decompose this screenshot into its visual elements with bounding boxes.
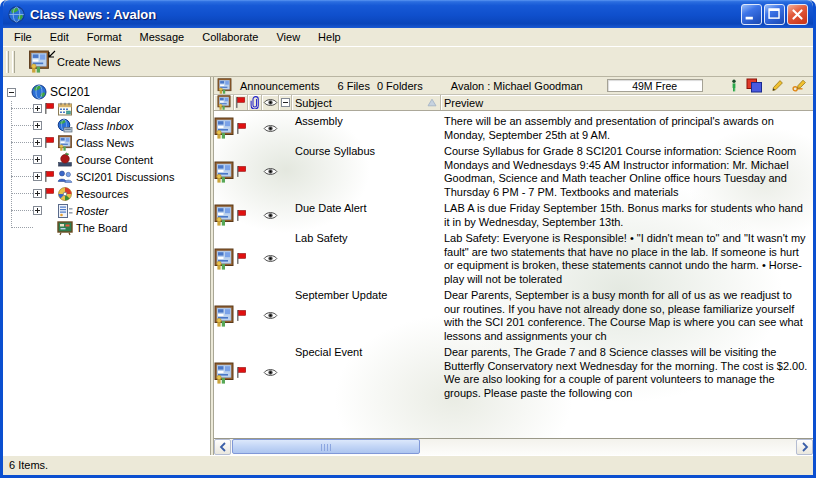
column-collapse-header[interactable]	[279, 95, 292, 110]
news-icon	[217, 78, 232, 94]
plus-expander-icon[interactable]	[33, 138, 42, 147]
flag-icon	[44, 170, 55, 183]
eye-icon	[263, 167, 278, 176]
message-row[interactable]: Course SyllabusCourse Syllabus for Grade…	[214, 143, 813, 200]
news-icon	[214, 362, 234, 384]
pencil-icon	[771, 79, 784, 92]
message-icon-cell	[214, 288, 234, 343]
menu-item-file[interactable]: File	[5, 29, 41, 45]
panel-title: Announcements	[240, 80, 320, 92]
message-list: AssemblyThere will be an assembly and pr…	[214, 111, 813, 438]
plus-expander-icon[interactable]	[33, 104, 42, 113]
message-icon-cell	[214, 231, 234, 286]
message-row[interactable]: Lab SafetyLab Safety: Everyone is Respon…	[214, 230, 813, 287]
toolbar-grip[interactable]	[12, 51, 15, 73]
plus-expander-icon[interactable]	[33, 206, 42, 215]
message-row[interactable]: Due Date AlertLAB A is due Friday Septem…	[214, 200, 813, 230]
menu-item-edit[interactable]: Edit	[41, 29, 78, 45]
flag-icon	[236, 165, 247, 178]
item-count-label: 6 Items.	[9, 459, 48, 471]
tree-connector-stub	[11, 176, 33, 177]
column-flag-header[interactable]	[234, 95, 248, 110]
eye-icon	[263, 254, 278, 263]
scrollbar-track[interactable]	[231, 439, 796, 455]
plus-expander-icon[interactable]	[33, 172, 42, 181]
message-preview: Dear parents, The Grade 7 and 8 Science …	[441, 345, 813, 400]
menu-item-help[interactable]: Help	[309, 29, 350, 45]
menu-item-collaborate[interactable]: Collaborate	[193, 29, 267, 45]
scroll-right-button[interactable]	[796, 439, 813, 455]
create-news-button[interactable]: Create News	[24, 49, 125, 74]
tree-item-label: SCI201	[50, 85, 90, 99]
menu-item-message[interactable]: Message	[131, 29, 194, 45]
flag-icon	[44, 102, 55, 115]
tree-item-sci201[interactable]: SCI201	[3, 83, 210, 100]
column-attachment-header[interactable]	[248, 95, 262, 110]
flag-slot	[44, 102, 57, 115]
viewed-cell	[262, 345, 279, 400]
eye-icon	[263, 124, 278, 133]
message-row[interactable]: AssemblyThere will be an assembly and pr…	[214, 113, 813, 143]
message-row[interactable]: September UpdateDear Parents, September …	[214, 287, 813, 344]
subject-header-label: Subject	[295, 97, 332, 109]
tree-item-label: Class News	[76, 137, 134, 149]
tree-item-roster[interactable]: Roster	[3, 202, 210, 219]
column-item-icon-header[interactable]	[214, 95, 234, 110]
flag-cell	[234, 114, 248, 142]
flag-slot	[44, 204, 57, 217]
discussions-icon	[57, 169, 73, 185]
tree-item-class-news[interactable]: Class News	[3, 134, 210, 151]
maximize-button[interactable]	[764, 4, 785, 25]
permission-icons	[730, 78, 807, 93]
tree-connector-stub	[11, 210, 33, 211]
board-icon	[57, 220, 73, 236]
create-news-label: Create News	[57, 56, 121, 68]
tree-connector-stub	[11, 125, 33, 126]
tree-item-class-inbox[interactable]: Class Inbox	[3, 117, 210, 134]
layers-icon	[746, 78, 763, 93]
message-preview: There will be an assembly and presentati…	[441, 114, 813, 142]
news-icon	[214, 117, 234, 139]
column-subject-header[interactable]: Subject	[292, 95, 441, 110]
class-inbox-icon	[57, 118, 73, 134]
message-row[interactable]: Special EventDear parents, The Grade 7 a…	[214, 344, 813, 401]
plus-expander-icon[interactable]	[33, 155, 42, 164]
eye-icon	[263, 311, 278, 320]
close-button[interactable]	[787, 4, 808, 25]
column-viewed-header[interactable]	[262, 95, 279, 110]
tree-item-resources[interactable]: Resources	[3, 185, 210, 202]
toolbar-grip[interactable]	[6, 51, 9, 73]
announcements-panel: Announcements 6 Files 0 Folders Avalon :…	[213, 77, 813, 455]
roster-icon	[57, 203, 73, 219]
titlebar: Class News : Avalon	[3, 0, 813, 28]
scroll-left-button[interactable]	[214, 439, 231, 455]
column-preview-header[interactable]: Preview	[441, 95, 813, 110]
minus-expander-icon[interactable]	[7, 88, 16, 97]
viewed-cell	[262, 231, 279, 286]
globe-icon	[8, 6, 25, 23]
tree-item-course-content[interactable]: Course Content	[3, 151, 210, 168]
globe-icon	[31, 84, 47, 100]
horizontal-scrollbar	[214, 438, 813, 455]
tree-connector-stub	[11, 159, 33, 160]
plus-expander-icon[interactable]	[33, 189, 42, 198]
tree-connector-line	[11, 101, 12, 228]
flag-slot	[44, 170, 57, 183]
message-subject: Due Date Alert	[292, 201, 441, 229]
attachment-cell	[248, 201, 262, 229]
expand-cell	[279, 201, 292, 229]
tree-item-calendar[interactable]: Calendar	[3, 100, 210, 117]
tree-item-the-board[interactable]: The Board	[3, 219, 210, 236]
collapse-expander-icon[interactable]	[7, 87, 16, 96]
flag-icon	[44, 136, 55, 149]
message-preview: LAB A is due Friday September 15th. Bonu…	[441, 201, 813, 229]
new-item-arrow-icon	[47, 45, 56, 54]
scrollbar-thumb[interactable]	[232, 439, 420, 454]
minimize-button[interactable]	[741, 4, 762, 25]
menu-item-format[interactable]: Format	[78, 29, 131, 45]
tree-item-sci201-discussions[interactable]: SCI201 Discussions	[3, 168, 210, 185]
plus-expander-icon[interactable]	[33, 121, 42, 130]
resources-icon	[57, 186, 73, 202]
free-space-gauge: 49M Free	[607, 79, 703, 92]
menu-item-view[interactable]: View	[267, 29, 309, 45]
